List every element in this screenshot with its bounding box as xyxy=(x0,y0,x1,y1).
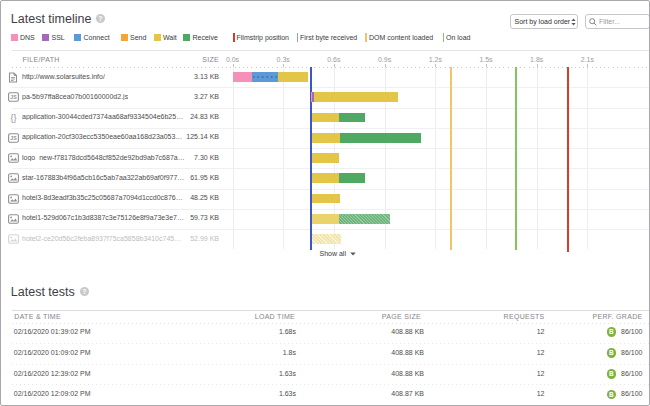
svg-text:{}: {} xyxy=(10,113,16,123)
svg-text:JS: JS xyxy=(10,95,17,101)
svg-text:JS: JS xyxy=(10,135,17,141)
